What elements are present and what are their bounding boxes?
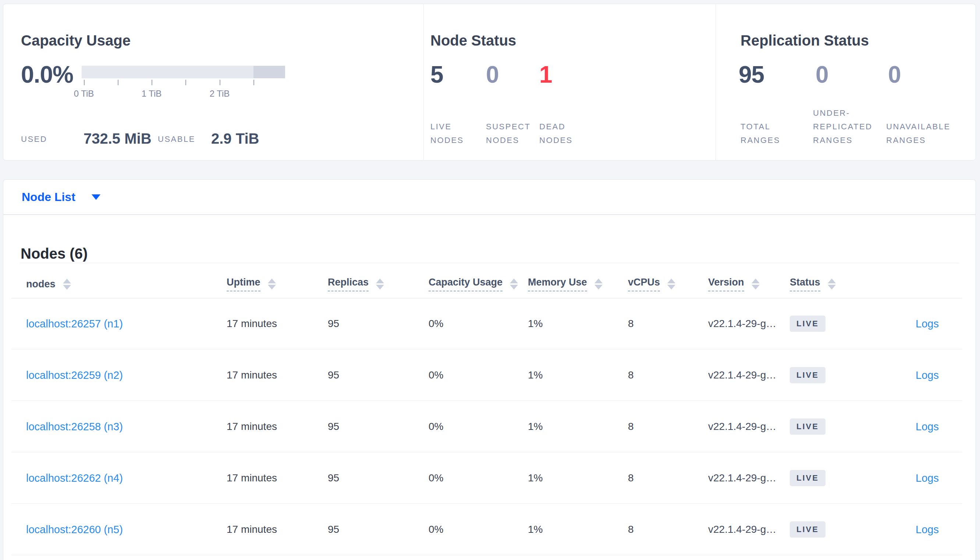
status-badge: LIVE <box>790 316 826 332</box>
table-row: localhost:26258 (n3) 17 minutes 95 0% 1%… <box>3 401 976 452</box>
suspect-nodes-label: SUSPECT NODES <box>486 120 530 147</box>
dead-nodes-label: DEAD NODES <box>539 120 573 147</box>
logs-link[interactable]: Logs <box>916 369 939 382</box>
sort-icon[interactable] <box>752 278 760 290</box>
status-cell: LIVE <box>790 367 826 383</box>
column-header-vcpus[interactable]: vCPUs <box>628 277 676 292</box>
unavailable-ranges-count: 0 <box>888 62 901 88</box>
table-row: localhost:26259 (n2) 17 minutes 95 0% 1%… <box>3 350 976 401</box>
node-link[interactable]: localhost:26260 (n5) <box>26 523 123 536</box>
sort-icon[interactable] <box>510 278 518 290</box>
axis-tick <box>84 80 85 85</box>
uptime-cell: 17 minutes <box>227 369 277 381</box>
status-cell: LIVE <box>790 316 826 332</box>
chevron-down-icon <box>92 194 100 200</box>
vcpus-cell: 8 <box>628 369 634 381</box>
column-header-replicas[interactable]: Replicas <box>328 277 384 292</box>
sort-icon[interactable] <box>594 278 602 290</box>
axis-label-1: 1 TiB <box>129 88 174 99</box>
used-value: 732.5 MiB <box>84 130 152 147</box>
logs-link[interactable]: Logs <box>916 523 939 536</box>
version-cell: v22.1.4-29-g… <box>708 369 776 381</box>
replicas-cell: 95 <box>328 318 339 330</box>
under-replicated-label: UNDER- REPLICATED RANGES <box>813 106 873 147</box>
node-link[interactable]: localhost:26258 (n3) <box>26 421 123 433</box>
replicas-cell: 95 <box>328 472 339 484</box>
replicas-cell: 95 <box>328 369 339 381</box>
node-list-dropdown-label: Node List <box>22 190 75 204</box>
status-cell: LIVE <box>790 418 826 435</box>
total-ranges-count: 95 <box>739 62 764 88</box>
memory-cell: 1% <box>528 421 543 432</box>
column-header-capacity-usage[interactable]: Capacity Usage <box>428 277 518 292</box>
status-badge: LIVE <box>790 522 826 538</box>
column-header-uptime[interactable]: Uptime <box>227 277 276 292</box>
nodes-heading: Nodes (6) <box>21 245 87 262</box>
axis-tick <box>152 80 152 85</box>
table-header-row: nodes Uptime Replicas Capacity Usage Mem… <box>3 270 976 298</box>
version-cell: v22.1.4-29-g… <box>708 318 776 330</box>
column-header-nodes[interactable]: nodes <box>26 278 71 290</box>
capacity-bar-reserved-segment <box>253 66 285 78</box>
capacity-cell: 0% <box>428 318 443 330</box>
table-row: localhost:26260 (n5) 17 minutes 95 0% 1%… <box>3 504 976 555</box>
node-link[interactable]: localhost:26259 (n2) <box>26 369 123 382</box>
status-cell: LIVE <box>790 522 826 538</box>
under-replicated-count: 0 <box>816 62 828 88</box>
sort-icon[interactable] <box>667 278 676 290</box>
replication-status-title: Replication Status <box>741 32 869 49</box>
axis-tick <box>186 80 186 85</box>
vcpus-cell: 8 <box>628 523 634 535</box>
suspect-nodes-count: 0 <box>486 62 499 88</box>
capacity-used-percent: 0.0% <box>21 62 73 88</box>
section-divider <box>716 4 716 160</box>
cluster-summary-panel: Capacity Usage 0.0% 0 TiB 1 TiB 2 TiB US… <box>3 4 976 161</box>
sort-icon[interactable] <box>828 278 836 290</box>
node-list-dropdown[interactable]: Node List <box>22 180 100 214</box>
sort-icon[interactable] <box>376 278 384 290</box>
heading-divider <box>20 263 959 263</box>
column-header-status[interactable]: Status <box>790 277 836 292</box>
vcpus-cell: 8 <box>628 318 634 330</box>
axis-tick <box>220 80 220 85</box>
uptime-cell: 17 minutes <box>227 318 277 330</box>
capacity-cell: 0% <box>428 369 443 381</box>
memory-cell: 1% <box>528 369 543 381</box>
vcpus-cell: 8 <box>628 472 634 484</box>
section-divider <box>423 4 424 160</box>
live-nodes-label: LIVE NODES <box>430 120 464 147</box>
capacity-cell: 0% <box>428 523 443 535</box>
sort-icon[interactable] <box>268 278 276 290</box>
logs-link[interactable]: Logs <box>916 472 939 484</box>
version-cell: v22.1.4-29-g… <box>708 421 776 432</box>
node-link[interactable]: localhost:26262 (n4) <box>26 472 123 484</box>
node-link[interactable]: localhost:26257 (n1) <box>26 318 123 330</box>
sort-icon[interactable] <box>63 278 71 290</box>
uptime-cell: 17 minutes <box>227 472 277 484</box>
vcpus-cell: 8 <box>628 421 634 432</box>
total-ranges-label: TOTAL RANGES <box>741 120 780 147</box>
memory-cell: 1% <box>528 472 543 484</box>
used-label: USED <box>21 135 47 144</box>
usable-label: USABLE <box>158 135 195 144</box>
replicas-cell: 95 <box>328 421 339 432</box>
usable-value: 2.9 TiB <box>211 130 259 147</box>
table-body: localhost:26257 (n1) 17 minutes 95 0% 1%… <box>3 298 976 555</box>
view-selector-bar: Node List <box>3 179 976 215</box>
capacity-cell: 0% <box>428 421 443 432</box>
column-header-memory-use[interactable]: Memory Use <box>528 277 602 292</box>
logs-link[interactable]: Logs <box>916 318 939 330</box>
status-badge: LIVE <box>790 470 826 486</box>
live-nodes-count: 5 <box>430 62 443 88</box>
logs-link[interactable]: Logs <box>916 421 939 433</box>
axis-label-0: 0 TiB <box>62 88 106 99</box>
column-header-version[interactable]: Version <box>708 277 760 292</box>
capacity-cell: 0% <box>428 472 443 484</box>
uptime-cell: 17 minutes <box>227 421 277 432</box>
row-divider <box>12 555 962 555</box>
status-badge: LIVE <box>790 367 826 383</box>
status-cell: LIVE <box>790 470 826 486</box>
axis-tick <box>118 80 119 85</box>
axis-label-2: 2 TiB <box>197 88 242 99</box>
nodes-table-card: Nodes (6) nodes Uptime Replicas Capacity… <box>3 215 976 560</box>
